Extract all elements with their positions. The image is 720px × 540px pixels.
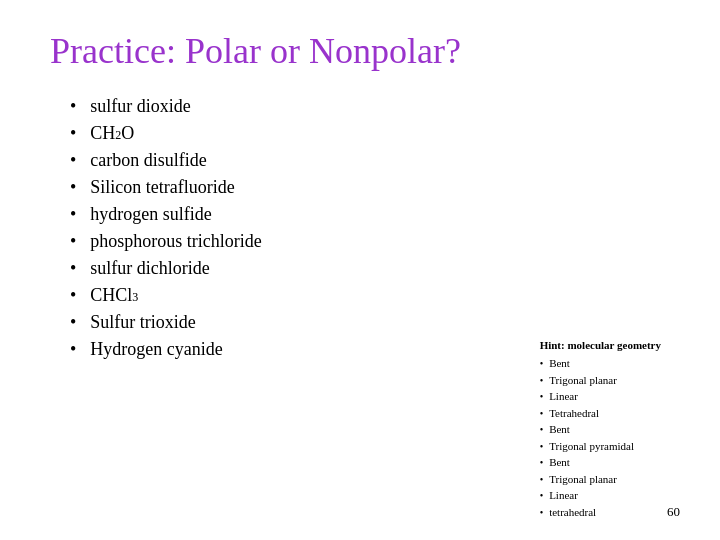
hint-item: Trigonal pyramidal — [540, 438, 661, 455]
list-item: Silicon tetrafluoride — [70, 177, 670, 198]
hint-item: Trigonal planar — [540, 471, 661, 488]
list-item: sulfur dioxide — [70, 96, 670, 117]
hint-item: tetrahedral — [540, 504, 661, 521]
list-item: Sulfur trioxide — [70, 312, 670, 333]
list-item: CHCl3 — [70, 285, 670, 306]
molecule-list: sulfur dioxide CH2O carbon disulfide Sil… — [70, 96, 670, 360]
page-number: 60 — [667, 504, 680, 520]
list-item: carbon disulfide — [70, 150, 670, 171]
list-item: sulfur dichloride — [70, 258, 670, 279]
list-item: phosphorous trichloride — [70, 231, 670, 252]
list-item: hydrogen sulfide — [70, 204, 670, 225]
hint-item: Trigonal planar — [540, 372, 661, 389]
hint-item: Bent — [540, 355, 661, 372]
hint-item: Bent — [540, 421, 661, 438]
list-item: CH2O — [70, 123, 670, 144]
hint-item: Linear — [540, 388, 661, 405]
slide: Practice: Polar or Nonpolar? sulfur diox… — [0, 0, 720, 540]
slide-title: Practice: Polar or Nonpolar? — [50, 30, 670, 72]
hint-section: Hint: molecular geometry Bent Trigonal p… — [540, 337, 680, 521]
hint-item: Linear — [540, 487, 661, 504]
hint-list: Bent Trigonal planar Linear Tetrahedral … — [540, 355, 661, 520]
hint-item: Bent — [540, 454, 661, 471]
hint-title: Hint: molecular geometry — [540, 337, 661, 354]
hint-text: Hint: molecular geometry Bent Trigonal p… — [540, 337, 661, 521]
hint-item: Tetrahedral — [540, 405, 661, 422]
